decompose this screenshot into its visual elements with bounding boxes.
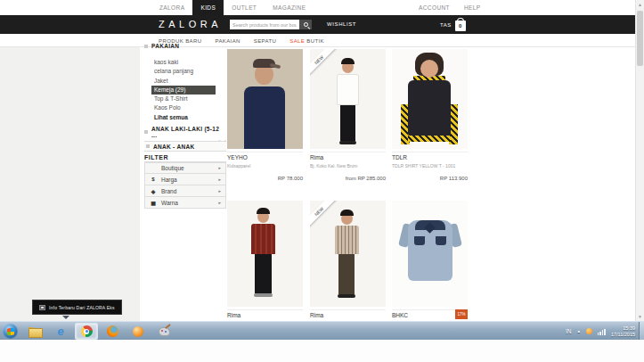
product-photo: NEW xyxy=(310,201,386,307)
utility-nav-left: ZALORA KIDS OUTLET MAGAZINE xyxy=(151,0,314,15)
product-price: from RP 285.000 xyxy=(310,176,386,181)
product-card[interactable]: NEW Rima Bj. Koko Kal. New Brom from RP … xyxy=(310,49,386,181)
category-nav: PRODUK BARU PAKAIAN SEPATU SALEBUTIK xyxy=(0,34,635,47)
dollar-icon: $ xyxy=(145,177,161,182)
clock[interactable]: 15:39 17/11/2015 xyxy=(611,325,635,337)
product-name: Kidsapparel xyxy=(227,163,303,169)
sidebar-item-top-tshirt[interactable]: Top & T-Shirt xyxy=(151,95,226,103)
cart-link[interactable]: TAS 0 xyxy=(440,18,466,31)
scrollbar-thumb[interactable] xyxy=(637,11,643,66)
product-photo: NEW xyxy=(310,49,386,149)
sidebar-header-pakaian[interactable]: PAKAIAN xyxy=(144,43,179,49)
butik-word: BUTIK xyxy=(306,38,324,44)
taskbar: e IN ▲ 15:39 17/11/2015 xyxy=(0,321,644,340)
tooltip-caret xyxy=(62,316,69,319)
category-list: kaos kaki celana panjang Jaket Kemeja (2… xyxy=(151,58,226,122)
taskbar-paint-button[interactable] xyxy=(152,323,175,340)
sidebar-header-anak-anak[interactable]: ANAK - ANAK xyxy=(144,141,226,152)
account-link[interactable]: ACCOUNT xyxy=(419,4,450,11)
search-button[interactable] xyxy=(299,20,312,29)
taskbar-icons: e xyxy=(23,322,175,341)
firefox-icon xyxy=(107,325,118,337)
sidebar-item-lihat-semua[interactable]: Lihat semua xyxy=(151,113,226,122)
product-brand: YEYHO xyxy=(227,152,303,160)
filter-brand[interactable]: ◈ Brand ► xyxy=(144,185,226,197)
product-card[interactable]: Rima Bj. Koko Kal Yahaly Barum xyxy=(227,201,303,326)
filter-warna[interactable]: ▦ Warna ► xyxy=(144,197,226,209)
system-tray: IN ▲ 15:39 17/11/2015 xyxy=(566,322,635,341)
product-card[interactable]: NEW Rima Bj. Berkarry Coklat xyxy=(310,201,386,326)
taskbar-explorer-button[interactable] xyxy=(23,323,46,340)
sidebar-item-kemeja-selected[interactable]: Kemeja (29) xyxy=(151,86,216,95)
page-left-margin xyxy=(0,47,140,321)
windows-flag-icon xyxy=(6,327,14,335)
product-card[interactable]: TDLR TDLR SHIRT YELLOW T - 1001 RP 113.9… xyxy=(392,49,468,181)
tag-icon: ◈ xyxy=(145,188,161,194)
filter-label: Warna xyxy=(161,200,178,206)
utility-nav-magazine[interactable]: MAGAZINE xyxy=(265,0,314,15)
screenshot-bottom-padding xyxy=(0,340,644,362)
collapse-square-icon xyxy=(144,45,148,48)
wishlist-link[interactable]: WISHLIST xyxy=(327,21,356,27)
filter-boutique[interactable]: Boutique ► xyxy=(144,162,226,174)
filter-label: Harga xyxy=(161,177,177,183)
taskbar-firefox-button[interactable] xyxy=(101,323,124,340)
chevron-right-icon: ► xyxy=(218,201,222,205)
product-card[interactable]: BHKC Kemeja Tangan Pendek Birlaw Blu 17% xyxy=(392,201,468,326)
utility-nav-outlet[interactable]: OUTLET xyxy=(224,0,265,15)
filter-title: FILTER xyxy=(144,152,226,162)
chevron-right-icon: ► xyxy=(218,166,222,170)
product-price: RP 78.000 xyxy=(227,176,303,181)
utility-nav-zalora[interactable]: ZALORA xyxy=(151,0,192,15)
product-card[interactable]: YEYHO Kidsapparel RP 78.000 xyxy=(227,49,303,181)
collapse-square-icon xyxy=(146,144,150,148)
sidebar-item-jaket[interactable]: Jaket xyxy=(151,77,226,86)
product-name: TDLR SHIRT YELLOW T - 1001 xyxy=(392,163,468,169)
sidebar-item-kaos-kaki[interactable]: kaos kaki xyxy=(151,58,226,67)
scroll-up-icon[interactable]: ▲ xyxy=(636,2,644,7)
product-photo xyxy=(227,201,303,307)
language-indicator[interactable]: IN xyxy=(566,328,572,334)
tray-orange-icon[interactable] xyxy=(586,328,592,334)
taskbar-ie-button[interactable]: e xyxy=(49,323,72,340)
sidebar-item-celana-panjang[interactable]: celana panjang xyxy=(151,67,226,76)
product-price: RP 113.900 xyxy=(392,176,468,181)
taskbar-chrome-button-active[interactable] xyxy=(75,323,98,340)
new-ribbon-badge: NEW xyxy=(310,49,337,78)
site-header: ZALORA WISHLIST TAS 0 xyxy=(0,15,635,34)
sidebar-item-kaos-polo[interactable]: Kaos Polo xyxy=(151,103,226,112)
internet-explorer-icon: e xyxy=(57,325,63,337)
vertical-scrollbar[interactable]: ▲ ▼ xyxy=(635,0,644,321)
discount-badge: 17% xyxy=(455,309,468,319)
start-button[interactable] xyxy=(3,324,18,339)
network-signal-icon[interactable] xyxy=(598,328,606,335)
filter-harga[interactable]: $ Harga ► xyxy=(144,174,226,185)
utility-nav-kids[interactable]: KIDS xyxy=(192,0,224,15)
product-brand: Rima xyxy=(227,309,303,318)
product-brand: Rima xyxy=(310,309,386,318)
taskbar-app-button[interactable] xyxy=(126,323,150,340)
folder-icon xyxy=(29,327,41,336)
utility-nav-right: ACCOUNT HELP xyxy=(419,0,481,15)
desktop-screenshot: ZALORA KIDS OUTLET MAGAZINE ACCOUNT HELP… xyxy=(0,0,644,362)
nav-sepatu[interactable]: SEPATU xyxy=(254,38,277,44)
product-photo xyxy=(227,49,303,149)
tray-caret-icon[interactable]: ▲ xyxy=(576,329,580,333)
product-brand: Rima xyxy=(310,152,386,160)
new-ribbon-badge: NEW xyxy=(310,201,337,229)
nav-sale-butik[interactable]: SALEBUTIK xyxy=(289,38,324,44)
chevron-right-icon: ► xyxy=(218,189,222,193)
collapse-square-icon xyxy=(144,130,148,134)
scroll-down-icon[interactable]: ▼ xyxy=(636,314,644,319)
zalora-logo[interactable]: ZALORA xyxy=(159,19,222,29)
notification-tooltip[interactable]: Info Terbaru Dari ZALORA Eks xyxy=(32,300,122,315)
date: 17/11/2015 xyxy=(611,332,635,338)
help-link[interactable]: HELP xyxy=(464,4,481,11)
search-input[interactable] xyxy=(230,20,299,29)
cart-count-badge: 0 xyxy=(459,23,461,29)
show-desktop-button[interactable] xyxy=(639,322,644,341)
product-name: Bj. Koko Kal. New Brom xyxy=(310,163,386,169)
bag-icon: 0 xyxy=(455,21,466,31)
product-brand: TDLR xyxy=(392,152,468,160)
nav-pakaian[interactable]: PAKAIAN xyxy=(215,38,240,44)
